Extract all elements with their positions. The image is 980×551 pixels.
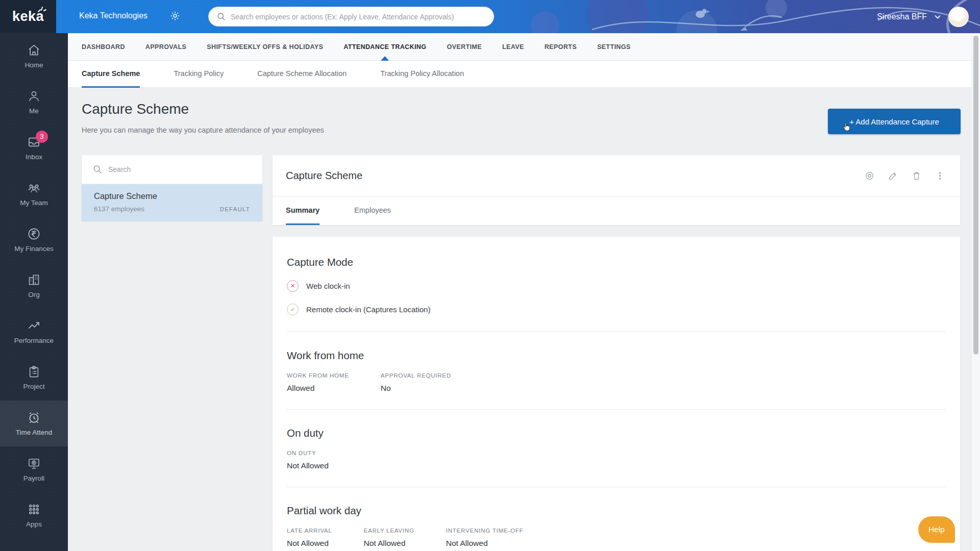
sidebar-item-inbox[interactable]: 3 Inbox [0, 125, 68, 171]
company-name: Keka Technologies [79, 11, 148, 20]
avatar[interactable] [948, 7, 969, 27]
chevron-down-icon [934, 13, 941, 20]
top-header: keka [0, 0, 980, 33]
sidebar-item-time-attend[interactable]: Time Attend [0, 400, 68, 446]
user-name: Sireesha BFF [877, 12, 927, 21]
tab-capture-scheme[interactable]: Capture Scheme [82, 61, 140, 88]
sidebar: Home Me 3 Inbox My Team [0, 33, 68, 551]
tab-employees[interactable]: Employees [354, 196, 391, 225]
nav-approvals[interactable]: APPROVALS [145, 33, 186, 61]
apps-grid-icon [27, 503, 41, 516]
tab-summary[interactable]: Summary [286, 196, 320, 225]
section-work-from-home: Work from home WORK FROM HOME Allowed AP… [287, 349, 946, 393]
page-subtitle: Here you can manage the way you capture … [82, 126, 324, 134]
scheme-default-tag: DEFAULT [220, 206, 250, 212]
field-on-duty: ON DUTY Not Allowed [287, 450, 329, 470]
keka-app: keka [0, 0, 980, 551]
section-capture-mode: Capture Mode ✕ Web clock-in ✓ Remote clo… [287, 256, 946, 315]
sidebar-item-performance[interactable]: Performance [0, 309, 68, 355]
search-icon [217, 12, 226, 21]
gear-icon[interactable] [169, 10, 181, 21]
scheme-search-input[interactable] [108, 165, 251, 173]
tab-capture-scheme-allocation[interactable]: Capture Scheme Allocation [257, 61, 347, 88]
work-from-home-heading: Work from home [287, 349, 946, 362]
team-icon [27, 181, 41, 195]
scheme-actions [865, 171, 945, 181]
field-late-arrival: LATE ARRIVAL Not Allowed [287, 528, 332, 548]
logo-spark-icon [37, 5, 47, 13]
field-early-leaving: EARLY LEAVING Not Allowed [363, 528, 414, 548]
scheme-employee-count: 6137 employees [94, 205, 144, 213]
search-icon [93, 165, 102, 174]
global-search-input[interactable] [231, 13, 485, 21]
capture-mode-row: ✓ Remote clock-in (Captures Location) [287, 304, 946, 315]
user-menu[interactable]: Sireesha BFF [877, 0, 969, 33]
tab-tracking-policy[interactable]: Tracking Policy [174, 61, 224, 88]
field-approval-required: APPROVAL REQUIRED No [381, 372, 451, 393]
inbox-badge: 3 [36, 131, 48, 143]
section-divider [287, 487, 946, 487]
scheme-list-panel: Capture Scheme 6137 employees DEFAULT [82, 155, 262, 221]
rupee-icon [27, 227, 41, 241]
disabled-cross-icon: ✕ [287, 280, 299, 292]
scheme-detail-card: Capture Scheme Summa [273, 155, 960, 225]
sidebar-item-home[interactable]: Home [0, 33, 68, 79]
sidebar-item-my-team[interactable]: My Team [0, 171, 68, 217]
capture-mode-row: ✕ Web clock-in [287, 280, 946, 292]
partial-work-day-heading: Partial work day [287, 505, 946, 517]
sidebar-item-apps[interactable]: Apps [0, 492, 68, 538]
sidebar-item-payroll[interactable]: Payroll [0, 446, 68, 492]
nav-overtime[interactable]: OVERTIME [447, 33, 481, 61]
alarm-clock-icon [27, 411, 41, 424]
sidebar-item-project[interactable]: Project [0, 355, 68, 400]
section-divider [287, 409, 946, 410]
sidebar-item-me[interactable]: Me [0, 79, 68, 125]
module-nav: DASHBOARD APPROVALS SHIFTS/WEEKLY OFFS &… [68, 33, 980, 61]
scheme-detail-title: Capture Scheme [286, 170, 362, 182]
page-scrollbar[interactable] [971, 33, 980, 551]
on-duty-heading: On duty [287, 427, 946, 439]
scheme-search [82, 155, 262, 184]
main-content: Capture Scheme Here you can manage the w… [68, 88, 971, 551]
enabled-check-icon: ✓ [287, 304, 299, 315]
sidebar-item-org[interactable]: Org [0, 263, 68, 309]
attendance-sub-nav: Capture Scheme Tracking Policy Capture S… [68, 61, 980, 88]
delete-trash-icon[interactable] [912, 171, 921, 181]
project-icon [27, 365, 41, 379]
nav-dashboard[interactable]: DASHBOARD [82, 33, 125, 61]
decor-circle [531, 11, 559, 33]
nav-attendance-tracking[interactable]: ATTENDANCE TRACKING [344, 33, 426, 61]
section-divider [287, 332, 946, 332]
field-intervening-time-off: INTERVENING TIME-OFF Not Allowed [446, 528, 524, 548]
scrollbar-thumb[interactable] [973, 36, 978, 355]
scheme-name: Capture Scheme [94, 191, 250, 201]
payroll-icon [27, 457, 41, 470]
header-bar: Keka Technologies Sireesha BFF [56, 0, 980, 33]
more-kebab-icon[interactable] [935, 171, 945, 181]
me-icon [27, 89, 41, 103]
help-button[interactable]: Help [918, 516, 955, 543]
org-icon [27, 273, 41, 287]
home-icon [27, 43, 41, 57]
scheme-detail-tabs: Summary Employees [273, 196, 960, 225]
nav-settings[interactable]: SETTINGS [597, 33, 631, 61]
nav-shifts-weekly-offs-holidays[interactable]: SHIFTS/WEEKLY OFFS & HOLIDAYS [207, 33, 323, 61]
page-title: Capture Scheme [82, 101, 189, 117]
nav-leave[interactable]: LEAVE [502, 33, 524, 61]
summary-card: Capture Mode ✕ Web clock-in ✓ Remote clo… [273, 237, 960, 551]
section-on-duty: On duty ON DUTY Not Allowed [287, 427, 946, 470]
tab-tracking-policy-allocation[interactable]: Tracking Policy Allocation [380, 61, 464, 88]
view-eye-icon[interactable] [865, 171, 874, 181]
section-partial-work-day: Partial work day LATE ARRIVAL Not Allowe… [287, 505, 946, 548]
keka-logo[interactable]: keka [0, 0, 56, 33]
field-work-from-home: WORK FROM HOME Allowed [287, 372, 349, 393]
add-attendance-capture-button[interactable]: + Add Attendance Capture [828, 109, 961, 134]
edit-pencil-icon[interactable] [888, 171, 898, 181]
sidebar-item-my-finances[interactable]: My Finances [0, 217, 68, 263]
nav-reports[interactable]: REPORTS [545, 33, 577, 61]
global-search [208, 7, 494, 27]
capture-mode-heading: Capture Mode [287, 256, 946, 268]
scheme-list-item-selected[interactable]: Capture Scheme 6137 employees DEFAULT [82, 184, 262, 221]
performance-icon [27, 319, 41, 333]
